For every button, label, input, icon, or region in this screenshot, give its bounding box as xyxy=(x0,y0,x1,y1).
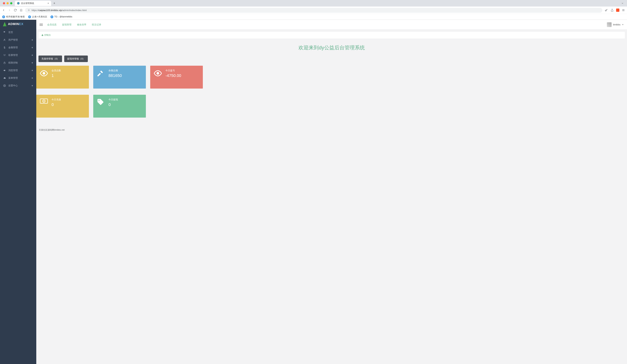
stat-value: -4750.00 xyxy=(165,73,199,78)
stat-card-members[interactable]: 会员总数 1 xyxy=(36,66,89,89)
stat-card-profit[interactable]: 今日盈亏 -4750.00 xyxy=(150,66,203,89)
tab-title: 后台管理系统 xyxy=(21,2,34,5)
bookmark-label: 认准->天美社区 xyxy=(32,15,47,18)
stat-label: 会员总数 xyxy=(52,69,85,72)
plus-icon: + xyxy=(32,61,33,64)
bookmarks-bar: ✦ 程序搭建/开发/修复 ✦ 认准->天美社区 ✦ TG：@tianmeibbs xyxy=(0,14,627,20)
tab-bar: 🌐 后台管理系统 × + xyxy=(0,0,627,6)
stat-card-recharge[interactable]: 1 今日充值 0 xyxy=(36,95,89,118)
stat-label: 今日充值 xyxy=(52,98,85,101)
svg-point-9 xyxy=(4,85,5,86)
bookmark-link[interactable]: ✦ TG：@tianmeibbs xyxy=(51,15,72,18)
top-link-withdraw[interactable]: 提现管理 xyxy=(62,23,71,26)
top-link-rate[interactable]: 修改倍率 xyxy=(77,23,86,26)
stat-value: 1 xyxy=(52,73,85,78)
nav-bar: https://caipiao103.timibbs.vip/admin/ind… xyxy=(0,6,627,14)
brave-shield-icon[interactable] xyxy=(616,8,619,12)
bookmark-link[interactable]: ✦ 程序搭建/开发/修复 xyxy=(2,15,25,18)
sidebar-toggle[interactable] xyxy=(40,23,43,26)
breadcrumb: 控制台 xyxy=(39,32,625,39)
plus-icon: + xyxy=(32,54,33,57)
back-button[interactable] xyxy=(2,8,5,12)
stat-label: 今日提现 xyxy=(108,98,142,101)
top-links: 会员信息 提现管理 修改倍率 投注记录 xyxy=(47,23,101,26)
pending-recharge-button[interactable]: 充值待审核（0） xyxy=(39,55,62,62)
sidebar-item-money[interactable]: 金额管理 + xyxy=(0,44,36,51)
window-close[interactable] xyxy=(3,2,5,4)
new-tab-button[interactable]: + xyxy=(52,1,56,5)
sidebar-item-label: 金额管理 xyxy=(8,46,18,49)
tab-close-icon[interactable]: × xyxy=(48,2,49,5)
cloud-icon xyxy=(3,77,6,79)
user-menu[interactable]: timibbs ▼ xyxy=(607,22,624,27)
top-link-member[interactable]: 会员信息 xyxy=(47,23,57,26)
svg-point-13 xyxy=(43,72,45,74)
share-icon[interactable] xyxy=(610,9,614,12)
url-text: https://caipiao103.timibbs.vip/admin/ind… xyxy=(32,9,87,12)
bullhorn-icon xyxy=(3,69,6,72)
bookmark-favicon-icon: ✦ xyxy=(28,15,31,18)
avatar xyxy=(607,22,612,27)
window-controls xyxy=(1,2,14,4)
money-icon: 1 xyxy=(40,98,52,114)
magnet-icon xyxy=(3,54,6,56)
reload-button[interactable] xyxy=(13,9,17,12)
svg-rect-8 xyxy=(4,63,5,64)
stat-value: 0 xyxy=(52,102,85,107)
sidebar-item-settings[interactable]: 设置中心 + xyxy=(0,82,36,90)
svg-point-0 xyxy=(29,10,29,10)
sidebar-item-messages[interactable]: 消息管理 + xyxy=(0,67,36,74)
window-minimize[interactable] xyxy=(6,2,9,4)
globe-icon: 🌐 xyxy=(17,2,20,4)
lock-icon xyxy=(3,61,6,64)
username: timibbs xyxy=(613,23,621,26)
footer: 天美社区源码网timibbs.net xyxy=(36,126,627,134)
svg-rect-10 xyxy=(40,24,43,24)
stat-card-balance[interactable]: 余额总额 881650 xyxy=(93,66,146,89)
sidebar-item-label: 消息管理 xyxy=(8,69,18,72)
app-root: ADMINEX 首页 用戶管理 + 金额管理 + xyxy=(0,20,627,364)
breadcrumb-home[interactable]: 控制台 xyxy=(41,34,51,37)
tab-overflow[interactable] xyxy=(619,2,626,4)
sidebar-item-lottery[interactable]: 彩票管理 + xyxy=(0,51,36,59)
dashboard-content: 欢迎来到dy公益后台管理系统 充值待审核（0） 提现待审核（0） 会员总数 1 xyxy=(36,41,627,126)
sidebar-item-auth[interactable]: 权限控制 + xyxy=(0,59,36,67)
window-maximize[interactable] xyxy=(10,2,12,4)
topbar: 会员信息 提现管理 修改倍率 投注记录 timibbs ▼ xyxy=(36,20,627,30)
stat-card-withdraw[interactable]: 今日提现 0 xyxy=(93,95,146,118)
site-settings-icon xyxy=(28,9,30,11)
sidebar-item-label: 菜单管理 xyxy=(8,76,18,80)
svg-rect-11 xyxy=(40,24,43,25)
bookmark-link[interactable]: ✦ 认准->天美社区 xyxy=(28,15,47,18)
bookmark-label: 程序搭建/开发/修复 xyxy=(6,15,25,18)
menu-icon[interactable] xyxy=(622,9,625,12)
flag-icon xyxy=(3,31,6,34)
forward-button[interactable] xyxy=(8,8,11,12)
stat-value: 0 xyxy=(108,102,142,107)
top-link-bets[interactable]: 投注记录 xyxy=(92,23,101,26)
breadcrumb-label: 控制台 xyxy=(44,34,51,37)
sidebar-item-label: 用戶管理 xyxy=(8,38,18,42)
url-bar[interactable]: https://caipiao103.timibbs.vip/admin/ind… xyxy=(25,8,602,13)
sidebar-item-label: 设置中心 xyxy=(8,84,18,87)
key-icon[interactable] xyxy=(605,8,608,12)
pending-withdraw-button[interactable]: 提现待审核（0） xyxy=(64,55,88,62)
bookmark-icon[interactable] xyxy=(19,9,23,12)
sidebar-item-label: 权限控制 xyxy=(8,61,18,64)
sidebar-item-home[interactable]: 首页 xyxy=(0,29,36,36)
sidebar-item-label: 彩票管理 xyxy=(8,53,18,57)
sidebar-item-label: 首页 xyxy=(8,31,13,34)
stat-value: 881650 xyxy=(108,73,142,78)
sidebar-item-users[interactable]: 用戶管理 + xyxy=(0,36,36,44)
sidebar-item-menus[interactable]: 菜单管理 + xyxy=(0,74,36,82)
browser-chrome: 🌐 后台管理系统 × + https://caipiao103.timibbs.… xyxy=(0,0,627,20)
chevron-down-icon: ▼ xyxy=(622,24,624,26)
browser-tab[interactable]: 🌐 后台管理系统 × xyxy=(15,1,51,6)
plus-icon: + xyxy=(32,69,33,72)
plus-icon: + xyxy=(32,46,33,49)
logo-mark-icon xyxy=(3,22,6,26)
dollar-icon xyxy=(3,46,6,49)
sidebar-menu: 首页 用戶管理 + 金额管理 + 彩票管理 + xyxy=(0,29,36,90)
svg-point-6 xyxy=(4,39,5,40)
logo[interactable]: ADMINEX xyxy=(0,20,36,29)
